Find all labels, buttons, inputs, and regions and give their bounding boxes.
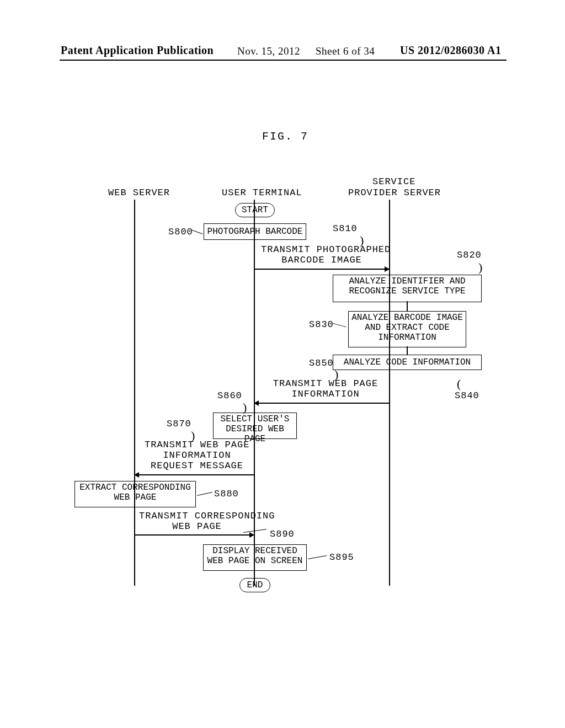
arrow-s870 — [135, 474, 254, 475]
ref-s850: S850 — [309, 358, 334, 368]
connector — [254, 217, 255, 223]
msg-s850: TRANSMIT WEB PAGE INFORMATION — [270, 378, 381, 399]
header-pubno: US 2012/0286030 A1 — [400, 44, 501, 57]
ref-s840: S840 — [455, 390, 479, 401]
leader-s895 — [308, 555, 327, 559]
brace-s840: ( — [457, 377, 461, 391]
lane-sps-1: SERVICE — [372, 176, 415, 187]
connector — [254, 534, 255, 544]
terminal-start: START — [235, 203, 275, 217]
header-sheet: Sheet 6 of 34 — [316, 45, 375, 57]
connector — [407, 301, 408, 311]
ref-s880: S880 — [214, 489, 239, 499]
box-s895: DISPLAY RECEIVED WEB PAGE ON SCREEN — [203, 544, 307, 571]
ref-s830: S830 — [309, 319, 334, 330]
brace-s820: ) — [478, 260, 482, 275]
header-date: Nov. 15, 2012 — [237, 45, 300, 57]
box-s830: ANALYZE BARCODE IMAGE AND EXTRACT CODE I… — [348, 311, 466, 347]
ref-s860: S860 — [217, 390, 242, 401]
header-rule — [60, 60, 507, 61]
connector — [254, 570, 255, 578]
lifeline-web — [134, 200, 135, 586]
box-s800: PHOTOGRAPH BARCODE — [204, 223, 306, 240]
box-s840: ANALYZE CODE INFORMATION — [333, 355, 482, 370]
lane-sps-2: PROVIDER SERVER — [348, 188, 441, 198]
leader-s880 — [197, 492, 212, 496]
box-s880: EXTRACT CORRESPONDING WEB PAGE — [74, 481, 196, 507]
header-pub: Patent Application Publication — [61, 44, 214, 57]
msg-s810: TRANSMIT PHOTOGRAPHED BARCODE IMAGE — [261, 244, 382, 265]
ref-s800: S800 — [168, 227, 193, 237]
arrow-s810 — [254, 269, 389, 270]
lifeline-sps — [389, 200, 390, 586]
msg-s890: TRANSMIT CORRESPONDING WEB PAGE — [139, 511, 255, 532]
arrow-s890 — [135, 534, 254, 536]
arrow-s850 — [254, 403, 389, 404]
ref-s810: S810 — [333, 223, 358, 234]
ref-s870: S870 — [167, 419, 191, 429]
box-s860: SELECT USER'S DESIRED WEB PAGE — [213, 413, 297, 439]
ref-s820: S820 — [457, 250, 482, 260]
box-s820: ANALYZE IDENTIFIER AND RECOGNIZE SERVICE… — [333, 275, 482, 302]
lane-web: WEB SERVER — [108, 188, 170, 198]
terminal-end: END — [239, 578, 270, 592]
leader-s830 — [332, 323, 346, 328]
ref-s895: S895 — [329, 552, 354, 563]
connector — [407, 346, 408, 355]
ref-s890: S890 — [270, 529, 295, 539]
msg-s870: TRANSMIT WEB PAGE INFORMATION REQUEST ME… — [145, 440, 249, 471]
lane-user: USER TERMINAL — [222, 188, 302, 198]
figure-label: FIG. 7 — [262, 130, 308, 143]
